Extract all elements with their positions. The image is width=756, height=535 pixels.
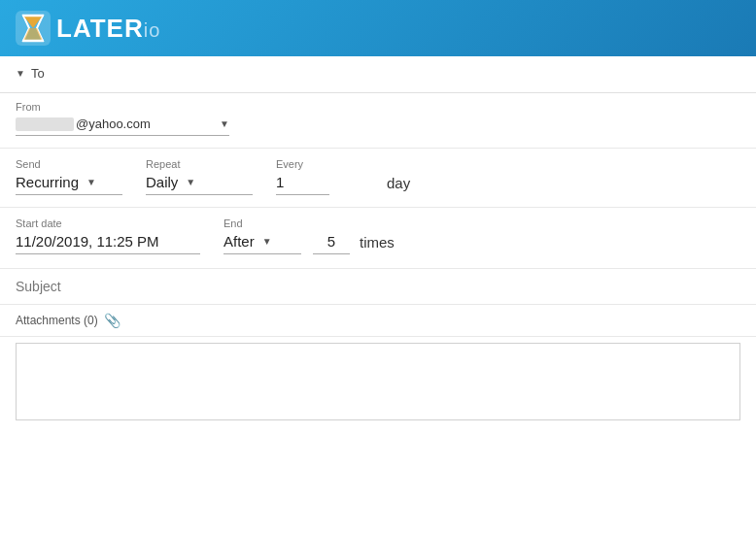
repeat-label: Repeat (146, 158, 253, 170)
from-dropdown-icon[interactable]: ▼ (220, 118, 229, 129)
every-field: Every (276, 158, 354, 195)
datetime-row: Start date 11/20/2019, 11:25 PM End Afte… (0, 208, 756, 269)
hourglass-icon (16, 11, 51, 46)
subject-input[interactable] (16, 279, 740, 294)
send-select[interactable]: Recurring ▼ (16, 174, 122, 195)
end-value: After (223, 233, 255, 250)
send-dropdown-icon[interactable]: ▼ (86, 177, 96, 187)
from-section: From @yahoo.com ▼ (0, 93, 756, 149)
subject-section (0, 269, 756, 305)
send-value: Recurring (16, 174, 79, 190)
to-header[interactable]: ▼ To (16, 66, 740, 81)
end-label: End (223, 217, 395, 229)
main-content: ▼ To From @yahoo.com ▼ Send Recurring ▼ … (0, 56, 756, 535)
every-input[interactable] (276, 174, 329, 190)
every-input-container (276, 174, 329, 195)
chevron-down-icon[interactable]: ▼ (16, 68, 25, 79)
times-input[interactable] (313, 233, 350, 250)
start-date-label: Start date (16, 217, 200, 229)
schedule-row: Send Recurring ▼ Repeat Daily ▼ Every da… (0, 149, 756, 208)
repeat-value: Daily (146, 174, 178, 190)
attachments-label: Attachments (0) (16, 314, 98, 327)
logo-container: LATERio (16, 11, 160, 46)
to-section: ▼ To (0, 56, 756, 93)
to-label: To (31, 66, 45, 81)
repeat-select[interactable]: Daily ▼ (146, 174, 253, 195)
repeat-field: Repeat Daily ▼ (146, 158, 253, 195)
attachments-section: Attachments (0) 📎 (0, 305, 756, 337)
start-date-field: Start date 11/20/2019, 11:25 PM (16, 217, 200, 254)
end-field: End After ▼ times (223, 217, 395, 254)
times-input-container (313, 233, 350, 254)
day-label: day (387, 175, 410, 195)
header: LATERio (0, 0, 756, 56)
from-label: From (16, 101, 740, 113)
end-dropdown-icon[interactable]: ▼ (262, 236, 272, 247)
from-email-redacted (16, 117, 74, 131)
start-date-value[interactable]: 11/20/2019, 11:25 PM (16, 233, 200, 254)
paperclip-icon[interactable]: 📎 (104, 313, 120, 328)
send-label: Send (16, 158, 122, 170)
times-label: times (360, 234, 395, 254)
end-select[interactable]: After ▼ (223, 233, 301, 254)
repeat-dropdown-icon[interactable]: ▼ (186, 177, 195, 187)
from-select[interactable]: @yahoo.com ▼ (16, 117, 229, 136)
logo-text: LATERio (56, 13, 160, 44)
from-email-domain: @yahoo.com (76, 117, 151, 131)
end-row: After ▼ times (223, 233, 395, 254)
email-body[interactable] (16, 343, 740, 420)
send-field: Send Recurring ▼ (16, 158, 122, 195)
every-label: Every (276, 158, 354, 170)
